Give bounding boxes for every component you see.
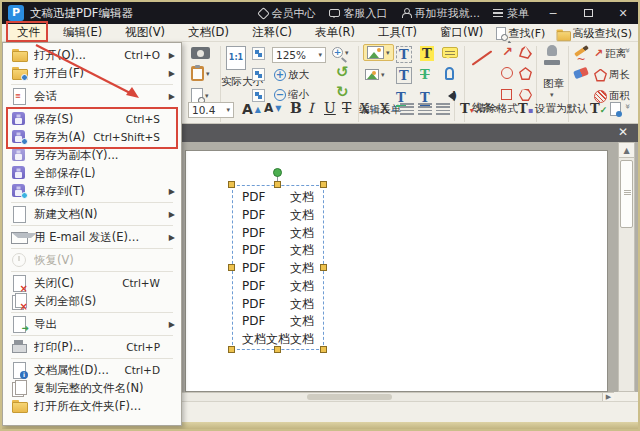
actual-size-button[interactable]: 1:1 <box>226 46 246 70</box>
highlight-text-tool[interactable]: T <box>420 46 434 61</box>
menu-item-new-document[interactable]: 新建文档(N) ▶ <box>3 205 181 223</box>
line-tool[interactable] <box>470 57 494 59</box>
italic-button[interactable]: I <box>308 100 314 116</box>
align-center-button[interactable] <box>418 103 432 115</box>
marquee-zoom-button[interactable]: +▾ <box>332 47 349 58</box>
resize-handle-w[interactable] <box>228 264 235 271</box>
menu-item-send-email[interactable]: 用 E-mail 发送(E)... ▶ <box>3 228 181 246</box>
zoom-in-button[interactable]: + 放大 <box>274 68 309 82</box>
menu-file[interactable]: 文件 <box>10 24 47 41</box>
search-doc-button[interactable]: ▾ <box>191 88 209 103</box>
font-size-combo[interactable]: 10.4▾ <box>188 102 234 118</box>
bold-button[interactable]: B <box>290 100 302 116</box>
collapse-row2-button[interactable]: » <box>623 104 633 109</box>
arrow-tool[interactable]: ↗ <box>502 46 513 58</box>
menu-form[interactable]: 表单(R) <box>308 24 362 41</box>
note-comment-tool[interactable] <box>442 47 458 58</box>
apply-text-button[interactable]: T✓ <box>590 101 607 116</box>
vertical-scrollbar[interactable]: ▲ <box>618 142 635 392</box>
menu-item-print[interactable]: 打印(P)... Ctrl+P <box>3 338 181 356</box>
pentagon-tool[interactable] <box>519 67 532 80</box>
menu-edit[interactable]: 编辑(E) <box>56 24 109 41</box>
add-text-tool[interactable]: ▾ <box>365 69 385 80</box>
menu-item-save-all[interactable]: 全部保存(L) <box>3 164 181 182</box>
increase-font-button[interactable]: A▲ <box>242 101 261 117</box>
app-menu-button[interactable]: 菜单 <box>493 6 529 21</box>
menu-view[interactable]: 视图(V) <box>118 24 172 41</box>
align-right-button[interactable] <box>436 103 450 115</box>
edit-content-tool-selected[interactable]: ▾ <box>363 44 394 61</box>
menu-item-document-properties[interactable]: i 文档属性(D)... Ctrl+D <box>3 361 181 379</box>
strikeout-text-tool[interactable]: T <box>420 67 430 82</box>
sound-tool[interactable] <box>443 91 455 101</box>
menu-item-copy-filename[interactable]: 复制完整的文件名(N) <box>3 379 181 397</box>
menu-item-close-all[interactable]: × 关闭全部(S) <box>3 292 181 310</box>
paste-button[interactable]: ▾ <box>191 66 210 81</box>
align-left-button[interactable] <box>400 103 414 115</box>
circle-tool[interactable] <box>501 67 513 79</box>
attach-file-tool[interactable] <box>445 67 454 80</box>
minimize-button[interactable]: ─ <box>542 7 564 20</box>
underline-button[interactable]: U <box>324 100 336 116</box>
horizontal-scroll-thumb[interactable] <box>307 394 392 400</box>
menu-item-session[interactable]: ≡ 会话 ▶ <box>3 87 181 105</box>
resize-handle-s[interactable] <box>274 346 281 353</box>
vertical-scroll-thumb[interactable] <box>620 160 633 228</box>
set-default-button[interactable]: T▪ 设置为默认 <box>518 101 588 116</box>
close-button[interactable]: ✕ <box>612 7 634 20</box>
menu-item-save-as[interactable]: 另存为(A)... Ctrl+Shift+S <box>3 128 181 146</box>
collapse-row1-button[interactable]: » <box>623 48 633 53</box>
resize-handle-sw[interactable] <box>228 346 235 353</box>
member-center-button[interactable]: 会员中心 <box>259 6 316 21</box>
close-document-icon[interactable]: ✕ <box>618 125 628 139</box>
polyline-tool[interactable] <box>519 46 532 59</box>
find-button[interactable]: 查找(F) <box>496 26 546 41</box>
superscript-button[interactable]: X2 <box>380 101 396 116</box>
menu-item-open-containing-folder[interactable]: 打开所在文件夹(F)... <box>3 397 181 415</box>
selected-text-box[interactable]: PDF文档 PDF文档 PDF文档 PDF文档 PDF文档 PDF文档 PDF文… <box>232 185 324 350</box>
scroll-up-icon[interactable]: ▲ <box>619 143 634 158</box>
rotation-handle[interactable] <box>273 168 282 177</box>
customer-service-button[interactable]: 客服入口 <box>329 6 388 21</box>
strikethrough-button[interactable]: T <box>342 100 351 116</box>
hexagon-tool[interactable] <box>519 89 532 101</box>
resize-handle-ne[interactable] <box>320 181 327 188</box>
menu-item-open[interactable]: 打开(O)... Ctrl+O ▶ <box>3 46 181 64</box>
distance-tool[interactable]: ↗ 距离 <box>594 47 626 61</box>
menu-item-save-as-copy[interactable]: 另存为副本(Y)... <box>3 146 181 164</box>
menu-item-close[interactable]: × 关闭(C) Ctrl+W <box>3 274 181 292</box>
stamp-tool[interactable] <box>543 45 561 67</box>
subscript-button[interactable]: X2 <box>360 101 376 116</box>
zoom-level-combo[interactable]: 125%▾ <box>272 47 326 63</box>
menu-item-export[interactable]: ➜ 导出 ▶ <box>3 315 181 333</box>
menu-item-save-to[interactable]: 保存到(T) ▶ <box>3 182 181 200</box>
rotate-left-button[interactable]: ↺ <box>336 65 349 79</box>
resize-handle-nw[interactable] <box>228 181 235 188</box>
rotate-right-button[interactable]: ↻ <box>336 85 349 99</box>
text-settings-button[interactable] <box>610 102 621 116</box>
fit-page-button[interactable] <box>252 47 265 60</box>
snapshot-button[interactable] <box>191 47 210 59</box>
rectangle-tool[interactable] <box>501 89 512 100</box>
textbox-tool[interactable]: T <box>396 46 412 63</box>
menu-document[interactable]: 文档(D) <box>181 24 236 41</box>
menu-comment[interactable]: 注释(C) <box>245 24 299 41</box>
menu-item-open-from[interactable]: 打开自(F) ▶ <box>3 64 181 82</box>
text-field-tool[interactable]: T <box>396 67 412 84</box>
pencil-tool[interactable] <box>574 49 589 53</box>
resize-handle-e[interactable] <box>320 264 327 271</box>
decrease-font-button[interactable]: A▼ <box>264 101 281 115</box>
fit-width-button[interactable] <box>252 68 265 81</box>
stamp-dropdown[interactable]: ▾ <box>550 91 554 99</box>
resize-handle-se[interactable] <box>320 346 327 353</box>
eraser-tool[interactable] <box>574 69 588 77</box>
menu-window[interactable]: 窗口(W) <box>433 24 490 41</box>
maximize-button[interactable] <box>577 7 599 20</box>
clear-format-button[interactable]: T▾ 清除格式 <box>460 101 518 116</box>
perimeter-tool[interactable]: 周长 <box>594 68 630 82</box>
account-button[interactable]: 再加班我就... <box>401 6 481 21</box>
menu-item-save[interactable]: 保存(S) Ctrl+S <box>3 110 181 128</box>
advanced-find-button[interactable]: 高级查找(S) <box>555 26 632 41</box>
resize-handle-n[interactable] <box>274 181 281 188</box>
menu-tools[interactable]: 工具(T) <box>371 24 424 41</box>
